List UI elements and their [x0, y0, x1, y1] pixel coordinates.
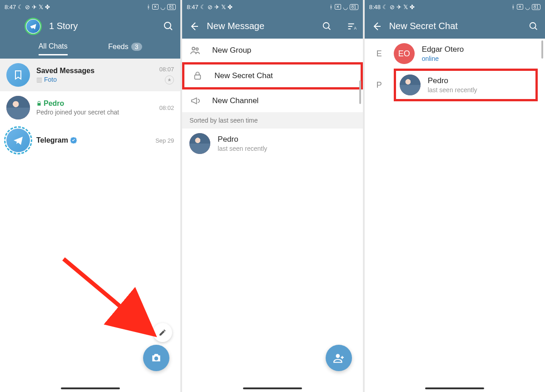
status-bar: 8:47 ☾ ⊘ ✈ 𝕏 ✤ ᚼ ✕ ◡ 81 — [0, 0, 180, 14]
bluetooth-icon: ᚼ — [511, 4, 515, 10]
compose-button[interactable] — [153, 323, 172, 342]
avatar: EO — [394, 43, 415, 64]
telegram-icon — [13, 135, 24, 146]
menu-new-channel[interactable]: New Channel — [182, 89, 362, 112]
mute-icon: ⊘ — [25, 4, 30, 10]
menu-button[interactable] — [6, 22, 17, 30]
misc-icon: ✤ — [228, 4, 233, 10]
telegram-status-icon: ✈ — [32, 4, 37, 10]
x-status-icon: 𝕏 — [39, 4, 43, 10]
chat-title: Telegram — [36, 136, 149, 144]
tab-all-chats[interactable]: All Chats — [39, 42, 68, 55]
chat-subtitle: Foto — [44, 76, 57, 83]
chat-time: Sep 29 — [155, 137, 174, 144]
person-add-icon — [333, 352, 345, 364]
sort-button[interactable]: A — [347, 21, 357, 31]
feeds-count-badge: 3 — [131, 43, 142, 51]
page-title: New Secret Chat — [389, 21, 521, 31]
contact-edgar[interactable]: E EO Edgar Otero online — [365, 39, 545, 69]
menu-new-group[interactable]: New Group — [182, 39, 362, 62]
pin-icon — [165, 75, 174, 84]
misc-icon: ✤ — [410, 4, 415, 10]
page-title: New Message — [207, 21, 314, 31]
mute-icon: ⊘ — [208, 4, 213, 10]
section-letter-e: E — [372, 49, 386, 59]
chat-time: 08:07 — [159, 66, 174, 73]
nav-handle — [61, 387, 120, 389]
svg-point-11 — [530, 22, 536, 28]
svg-point-8 — [196, 48, 198, 50]
mute-icon: ⊘ — [390, 4, 395, 10]
search-button[interactable] — [163, 21, 174, 32]
moon-icon: ☾ — [18, 4, 23, 10]
svg-line-1 — [170, 28, 172, 30]
moon-icon: ☾ — [200, 4, 206, 10]
section-letter-p: P — [372, 80, 386, 90]
contact-name: Pedro — [428, 76, 477, 85]
story-ring[interactable] — [25, 18, 42, 35]
svg-point-0 — [164, 22, 171, 29]
battery-icon: 81 — [532, 4, 540, 10]
svg-point-2 — [154, 357, 159, 361]
misc-icon: ✤ — [45, 4, 50, 10]
screen-new-message: 8:47 ☾ ⊘ ✈ 𝕏 ✤ ᚼ ✕ ◡ 81 New Message A — [182, 0, 362, 392]
back-button[interactable] — [188, 21, 199, 32]
search-button[interactable] — [322, 21, 332, 31]
bluetooth-icon: ᚼ — [329, 4, 333, 10]
svg-line-5 — [328, 27, 330, 30]
wifi-icon: ◡ — [525, 4, 530, 10]
wifi-icon: ◡ — [343, 4, 348, 10]
chat-title: Pedro — [36, 99, 153, 108]
status-time: 8:47 — [187, 4, 198, 10]
battery-icon: 81 — [167, 4, 176, 10]
lock-icon — [192, 71, 203, 81]
sim-icon: ✕ — [152, 4, 159, 10]
bookmark-icon — [6, 63, 30, 87]
tab-feeds[interactable]: Feeds 3 — [108, 43, 142, 55]
sim-icon: ✕ — [517, 4, 523, 10]
pencil-icon — [159, 328, 167, 337]
telegram-icon — [30, 23, 37, 30]
back-button[interactable] — [371, 21, 382, 32]
svg-rect-9 — [195, 75, 201, 79]
svg-point-7 — [192, 47, 195, 50]
svg-point-10 — [336, 354, 340, 358]
wifi-icon: ◡ — [160, 4, 165, 10]
x-status-icon: 𝕏 — [403, 4, 408, 10]
main-header: 1 Story — [0, 14, 180, 39]
sort-header: Sorted by last seen time — [182, 112, 362, 129]
battery-icon: 81 — [350, 4, 358, 10]
screen-chats: 8:47 ☾ ⊘ ✈ 𝕏 ✤ ᚼ ✕ ◡ 81 1 Story All Chat… — [0, 0, 180, 392]
avatar — [6, 129, 30, 152]
chat-title: Saved Messages — [36, 67, 153, 75]
contact-pedro[interactable]: P Pedro last seen recently — [365, 69, 545, 101]
scroll-indicator — [541, 40, 543, 59]
lock-icon — [36, 100, 42, 107]
x-status-icon: 𝕏 — [221, 4, 226, 10]
menu-new-secret-chat[interactable]: New Secret Chat — [182, 62, 362, 89]
avatar — [189, 133, 210, 154]
chat-telegram[interactable]: Telegram Sep 29 — [0, 124, 180, 157]
bluetooth-icon: ᚼ — [147, 4, 150, 10]
search-button[interactable] — [529, 21, 539, 31]
telegram-status-icon: ✈ — [214, 4, 219, 10]
contact-status: last seen recently — [218, 145, 267, 152]
moon-icon: ☾ — [382, 4, 388, 10]
status-bar: 8:48 ☾ ⊘ ✈ 𝕏 ✤ ᚼ ✕ ◡ 81 — [365, 0, 545, 14]
chat-saved-messages[interactable]: Saved Messages ▥ Foto 08:07 — [0, 59, 180, 91]
nav-handle — [243, 387, 302, 389]
chat-pedro[interactable]: Pedro Pedro joined your secret chat 08:0… — [0, 91, 180, 124]
svg-line-12 — [535, 27, 537, 30]
page-title: 1 Story — [49, 21, 156, 31]
contact-name: Edgar Otero — [422, 45, 464, 54]
svg-text:A: A — [354, 26, 357, 30]
svg-point-4 — [323, 22, 329, 28]
status-bar: 8:47 ☾ ⊘ ✈ 𝕏 ✤ ᚼ ✕ ◡ 81 — [182, 0, 362, 14]
chat-tabs: All Chats Feeds 3 — [0, 39, 180, 59]
main-header: New Secret Chat — [365, 14, 545, 39]
camera-fab[interactable] — [143, 345, 169, 371]
contact-pedro[interactable]: Pedro last seen recently — [182, 129, 362, 159]
nav-handle — [425, 387, 484, 389]
contact-name: Pedro — [218, 135, 267, 144]
add-contact-fab[interactable] — [326, 345, 352, 371]
